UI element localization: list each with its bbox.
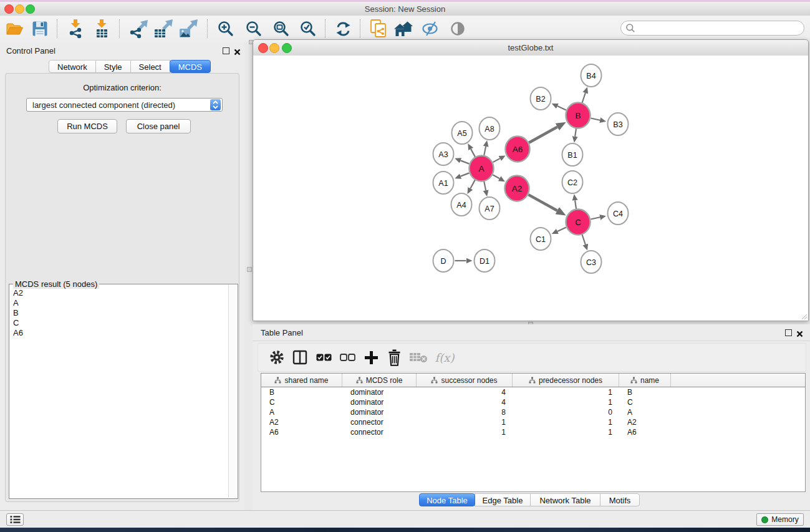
- table-row[interactable]: Cdominator41C: [261, 397, 805, 407]
- tab-style[interactable]: Style: [95, 60, 131, 73]
- tab-mcds[interactable]: MCDS: [170, 60, 211, 73]
- graph-edge-B-B1[interactable]: [575, 128, 576, 137]
- network-graph[interactable]: B4B2BB3A5A8A6B1A3AA1C2A2A4A7C4CC1C3DD1: [253, 56, 808, 321]
- zoom-fit-icon[interactable]: [270, 18, 292, 39]
- vertical-splitter-handle[interactable]: [247, 267, 252, 272]
- export-table-icon[interactable]: [152, 18, 175, 39]
- table-row[interactable]: Adominator80A: [261, 407, 805, 417]
- graph-node-C1[interactable]: C1: [531, 228, 551, 250]
- graph-node-C[interactable]: C: [566, 210, 591, 235]
- graph-edge-A-A2[interactable]: [493, 175, 499, 178]
- float-panel-icon[interactable]: [785, 329, 792, 336]
- tab-edge-table[interactable]: Edge Table: [475, 493, 531, 506]
- tab-node-table[interactable]: Node Table: [419, 493, 475, 506]
- graph-edge-A-A1[interactable]: [461, 173, 470, 176]
- graph-node-D[interactable]: D: [433, 249, 454, 272]
- close-panel-icon[interactable]: [796, 329, 803, 340]
- search-box[interactable]: [620, 21, 804, 36]
- close-panel-button[interactable]: Close panel: [126, 119, 191, 133]
- graph-edge-A-A6[interactable]: [493, 158, 500, 162]
- zoom-selected-icon[interactable]: [297, 18, 319, 39]
- graph-node-C3[interactable]: C3: [581, 251, 602, 273]
- column-header-successor-nodes[interactable]: successor nodes: [417, 374, 513, 387]
- open-file-icon[interactable]: [3, 18, 26, 39]
- graph-node-A8[interactable]: A8: [480, 117, 500, 140]
- duplicate-network-icon[interactable]: [367, 18, 390, 39]
- tab-motifs[interactable]: Motifs: [600, 493, 640, 506]
- graph-node-A2[interactable]: A2: [505, 176, 529, 201]
- scrollbar-track[interactable]: [228, 285, 237, 498]
- tab-network[interactable]: Network: [49, 60, 96, 73]
- graph-node-C4[interactable]: C4: [608, 202, 629, 225]
- export-image-icon[interactable]: [177, 18, 200, 39]
- table-row[interactable]: Bdominator41B: [261, 387, 805, 397]
- hide-panels-icon[interactable]: [419, 18, 441, 39]
- table-row[interactable]: A2connector11A2: [261, 417, 805, 427]
- run-mcds-button[interactable]: Run MCDS: [57, 119, 117, 133]
- task-history-button[interactable]: [6, 513, 24, 526]
- settings-gear-icon[interactable]: [266, 346, 288, 369]
- float-panel-icon[interactable]: [223, 47, 229, 54]
- column-header-MCDS-role[interactable]: MCDS role: [342, 374, 417, 387]
- column-header-predecessor-nodes[interactable]: predecessor nodes: [513, 374, 619, 387]
- search-input[interactable]: [638, 23, 804, 34]
- graph-edge-C-C1[interactable]: [557, 228, 566, 231]
- select-all-icon[interactable]: [312, 346, 335, 369]
- graph-node-A3[interactable]: A3: [433, 143, 454, 165]
- import-table-icon[interactable]: [90, 18, 113, 39]
- graph-edge-B-B3[interactable]: [591, 118, 600, 120]
- add-column-icon[interactable]: [360, 346, 382, 369]
- column-layout-icon[interactable]: [289, 346, 311, 369]
- tab-network-table[interactable]: Network Table: [530, 493, 600, 506]
- graph-node-D1[interactable]: D1: [475, 249, 495, 272]
- home-layout-icon[interactable]: [393, 18, 415, 39]
- graph-edge-C-C3[interactable]: [582, 235, 586, 244]
- resize-grip-icon[interactable]: [800, 312, 808, 320]
- memory-button[interactable]: Memory: [756, 513, 804, 526]
- graph-edge-A-A5[interactable]: [471, 149, 475, 157]
- delete-column-icon[interactable]: [383, 346, 405, 369]
- graph-edge-B-B2[interactable]: [557, 106, 566, 110]
- mcds-result-item[interactable]: B: [11, 308, 223, 318]
- graph-node-A6[interactable]: A6: [506, 137, 530, 162]
- graph-edge-B-B4[interactable]: [582, 93, 586, 103]
- mcds-result-item[interactable]: A2: [11, 288, 223, 298]
- graph-edge-C-C4[interactable]: [591, 217, 600, 219]
- graph-node-B1[interactable]: B1: [562, 143, 583, 166]
- column-header-name[interactable]: name: [619, 374, 671, 387]
- graph-node-B4[interactable]: B4: [581, 64, 602, 87]
- table-row[interactable]: A6connector11A6: [261, 427, 805, 437]
- graph-node-A1[interactable]: A1: [433, 172, 454, 194]
- graph-edge-A-A8[interactable]: [484, 147, 486, 156]
- graph-node-B2[interactable]: B2: [531, 87, 551, 110]
- deselect-all-icon[interactable]: [336, 346, 359, 369]
- zoom-in-icon[interactable]: [215, 18, 237, 39]
- graph-node-A5[interactable]: A5: [452, 122, 473, 144]
- graph-edge-A-A3[interactable]: [461, 160, 470, 163]
- close-panel-icon[interactable]: [234, 47, 241, 58]
- network-window-titlebar[interactable]: testGlobe.txt: [253, 40, 808, 56]
- import-network-icon[interactable]: [64, 18, 87, 39]
- graph-edge-A2-C[interactable]: [528, 195, 557, 211]
- graph-edge-A-A7[interactable]: [484, 181, 486, 191]
- mcds-result-item[interactable]: A: [11, 298, 223, 308]
- export-network-icon[interactable]: [127, 18, 150, 39]
- mcds-result-item[interactable]: A6: [11, 328, 223, 338]
- refresh-icon[interactable]: [332, 18, 354, 39]
- graph-node-A[interactable]: A: [470, 156, 494, 181]
- graph-edge-C-C2[interactable]: [575, 200, 576, 209]
- graph-node-B3[interactable]: B3: [608, 113, 629, 135]
- mcds-result-item[interactable]: C: [11, 318, 223, 328]
- zoom-out-icon[interactable]: [243, 18, 265, 39]
- optimization-criterion-select[interactable]: largest connected component (directed): [26, 98, 223, 112]
- graph-edge-A-A4[interactable]: [470, 180, 475, 188]
- save-session-icon[interactable]: [29, 18, 51, 39]
- graph-node-A4[interactable]: A4: [451, 193, 472, 216]
- network-canvas[interactable]: B4B2BB3A5A8A6B1A3AA1C2A2A4A7C4CC1C3DD1: [253, 56, 808, 321]
- graph-node-A7[interactable]: A7: [480, 197, 500, 220]
- column-header-shared-name[interactable]: shared name: [261, 374, 342, 387]
- graph-edge-A6-B[interactable]: [529, 127, 557, 143]
- graph-node-B[interactable]: B: [566, 103, 591, 128]
- show-panels-icon[interactable]: [446, 18, 469, 39]
- graph-node-C2[interactable]: C2: [562, 171, 583, 193]
